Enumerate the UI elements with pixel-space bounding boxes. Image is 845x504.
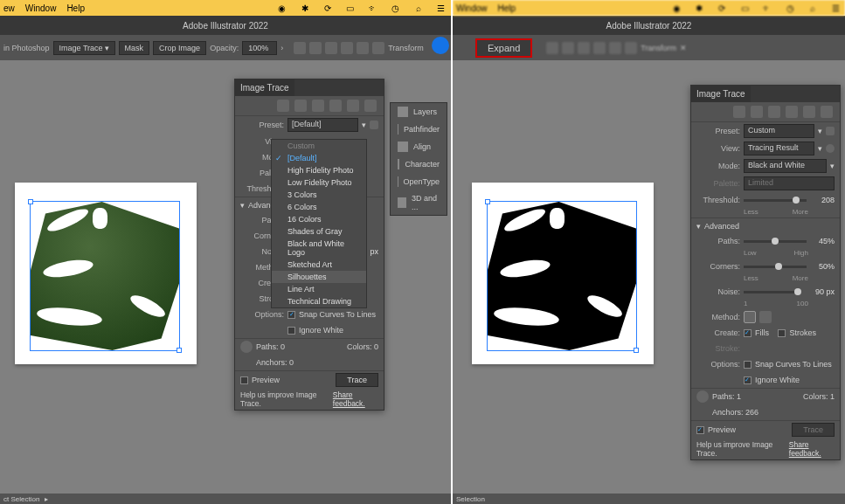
high-color-icon[interactable]: [294, 100, 307, 112]
advanced-toggle[interactable]: ▾: [696, 222, 701, 231]
grayscale-icon[interactable]: [786, 106, 798, 118]
method-overlap-icon[interactable]: [759, 311, 772, 323]
preview-label: Preview: [708, 425, 736, 434]
preset-select[interactable]: Custom: [744, 124, 814, 138]
3d-panel-button[interactable]: 3D and ...: [391, 190, 447, 215]
preset-option-silhouettes[interactable]: Silhouettes: [272, 271, 366, 283]
preset-option-line-art[interactable]: Line Art: [272, 283, 366, 295]
preset-option-3-colors[interactable]: 3 Colors: [272, 189, 366, 201]
low-color-icon[interactable]: [768, 106, 780, 118]
method-abutting-icon[interactable]: [744, 311, 756, 323]
threshold-slider[interactable]: [744, 199, 807, 202]
share-feedback-link[interactable]: Share feedback.: [789, 440, 835, 458]
low-label: Low: [744, 249, 757, 257]
snap-checkbox[interactable]: [744, 361, 751, 369]
threshold-value[interactable]: 208: [810, 196, 835, 204]
align-icon-4[interactable]: [341, 42, 353, 54]
preview-checkbox[interactable]: [240, 376, 248, 384]
align-icon-3[interactable]: [578, 42, 590, 54]
leaf-trace[interactable]: [488, 202, 636, 350]
bw-icon[interactable]: [347, 100, 359, 112]
eye-icon[interactable]: [826, 144, 835, 153]
preset-option-default[interactable]: [Default]: [272, 152, 366, 164]
image-trace-dropdown[interactable]: Image Trace ▾: [53, 41, 115, 55]
chevron-down-icon[interactable]: ▾: [362, 121, 366, 129]
bw-icon[interactable]: [803, 106, 815, 118]
align-icon-1[interactable]: [546, 42, 558, 54]
ignore-white-checkbox[interactable]: [287, 327, 295, 335]
expand-button[interactable]: Expand: [475, 38, 532, 58]
edit-in-ps[interactable]: in Photoshop: [3, 44, 50, 52]
noise-value[interactable]: 90 px: [805, 287, 835, 296]
chevron-down-icon[interactable]: ▾: [818, 127, 822, 135]
preset-option-16-colors[interactable]: 16 Colors: [272, 213, 366, 225]
preset-option-technical[interactable]: Technical Drawing: [272, 295, 366, 307]
snap-checkbox[interactable]: ✓: [287, 311, 295, 319]
image-trace-tab[interactable]: Image Trace: [235, 79, 294, 96]
pathfinder-panel-button[interactable]: Pathfinder: [391, 121, 447, 138]
high-color-icon[interactable]: [751, 106, 763, 118]
paths-slider[interactable]: [744, 240, 807, 243]
preset-label: Preset:: [240, 121, 284, 129]
preset-option-sketched[interactable]: Sketched Art: [272, 259, 366, 271]
paths-value[interactable]: 45%: [810, 237, 835, 245]
fills-checkbox[interactable]: ✓: [744, 329, 751, 337]
preset-option-bw-logo[interactable]: Black and White Logo: [272, 238, 366, 259]
outline-icon[interactable]: [364, 100, 377, 112]
low-color-icon[interactable]: [312, 100, 324, 112]
layers-panel-button[interactable]: Layers: [391, 103, 447, 121]
preset-option-low-fidelity[interactable]: Low Fidelity Photo: [272, 176, 366, 189]
mask-button[interactable]: Mask: [119, 41, 150, 55]
wifi-icon: ᯤ: [367, 2, 379, 14]
caret-icon[interactable]: ▸: [45, 495, 48, 503]
menu-window[interactable]: Window: [25, 3, 57, 13]
align-icon-1[interactable]: [294, 42, 306, 54]
menu-help[interactable]: Help: [66, 3, 85, 13]
align-icon-2[interactable]: [562, 42, 574, 54]
strokes-checkbox[interactable]: [778, 329, 786, 337]
opacity-input[interactable]: 100%: [242, 41, 277, 55]
preview-checkbox[interactable]: ✓: [696, 426, 704, 434]
preset-select[interactable]: [Default]: [287, 118, 358, 132]
align-icon-6[interactable]: [625, 42, 637, 54]
corners-value[interactable]: 50%: [810, 262, 835, 271]
user-avatar[interactable]: [432, 37, 449, 54]
corners-slider[interactable]: [744, 266, 807, 268]
character-panel-button[interactable]: Character: [391, 155, 447, 173]
preset-option-high-fidelity[interactable]: High Fidelity Photo: [272, 164, 366, 176]
preset-menu-icon[interactable]: [370, 121, 378, 129]
chevron-right-icon[interactable]: ›: [281, 44, 283, 52]
transform-button[interactable]: Transform: [388, 44, 424, 52]
ignore-white-checkbox[interactable]: ✓: [744, 376, 751, 384]
preset-option-shades-gray[interactable]: Shades of Gray: [272, 225, 366, 238]
leaf-image[interactable]: [31, 202, 179, 350]
align-icon-6[interactable]: [372, 42, 384, 54]
close-icon[interactable]: ✕: [680, 44, 687, 52]
align-icon-5[interactable]: [357, 42, 369, 54]
auto-color-icon[interactable]: [733, 106, 745, 118]
options-label: Options:: [696, 360, 740, 369]
view-select[interactable]: Tracing Result: [744, 142, 814, 155]
outline-icon[interactable]: [821, 106, 833, 118]
preset-option-6-colors[interactable]: 6 Colors: [272, 201, 366, 213]
trace-button[interactable]: Trace: [336, 373, 378, 387]
preset-menu-icon[interactable]: [826, 127, 835, 135]
menu-ew[interactable]: ew: [3, 3, 15, 13]
share-feedback-link[interactable]: Share feedback.: [333, 390, 378, 408]
auto-color-icon[interactable]: [277, 100, 289, 112]
chevron-down-icon[interactable]: ▾: [818, 144, 822, 153]
align-panel-button[interactable]: Align: [391, 138, 447, 155]
opentype-panel-button[interactable]: OpenType: [391, 173, 447, 190]
align-icon-2[interactable]: [309, 42, 322, 54]
noise-slider[interactable]: [744, 291, 801, 293]
advanced-toggle[interactable]: ▾: [240, 201, 245, 210]
align-icon-3[interactable]: [325, 42, 337, 54]
transform-button[interactable]: Transform: [641, 44, 676, 52]
mode-select[interactable]: Black and White: [744, 159, 827, 173]
grayscale-icon[interactable]: [329, 100, 342, 112]
image-trace-tab[interactable]: Image Trace: [691, 86, 751, 102]
chevron-down-icon[interactable]: ▾: [830, 162, 835, 170]
align-icon-4[interactable]: [593, 42, 606, 54]
align-icon-5[interactable]: [609, 42, 621, 54]
crop-image-button[interactable]: Crop Image: [153, 41, 206, 55]
